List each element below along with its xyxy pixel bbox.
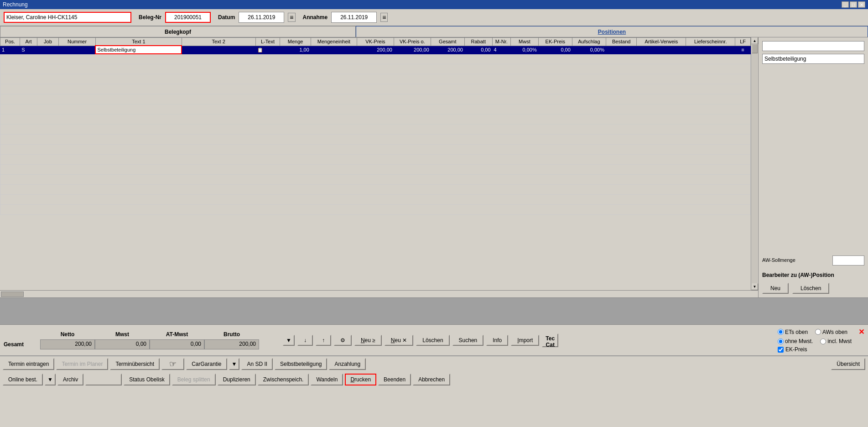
tabs-area: Belegkopf Positionen: [0, 26, 868, 37]
annahme-menu-icon[interactable]: ≡: [380, 13, 388, 22]
mwst-value: 0,00: [95, 339, 150, 349]
tec-cat-btn[interactable]: TecCat: [542, 333, 558, 347]
car-garantie-btn[interactable]: CarGarantie: [186, 358, 227, 370]
header-area: Beleg-Nr Datum ≡ Annahme ≡: [0, 9, 868, 26]
scroll-track: [752, 44, 758, 283]
col-pos: Pos.: [0, 38, 20, 46]
right-top-input[interactable]: [762, 41, 864, 51]
totals-left: Netto Mwst AT-Mwst Brutto Gesamt 200,00 …: [4, 331, 277, 349]
up-arrow-btn[interactable]: ↑: [316, 335, 331, 346]
ek-preis-checkbox[interactable]: [778, 347, 784, 353]
cell-text2: [182, 46, 255, 54]
abbrechen-btn[interactable]: Abbrechen: [413, 374, 450, 385]
selbstbeteiligung-btn[interactable]: Selbstbeteiligung: [275, 358, 327, 370]
beleg-nr-field[interactable]: [165, 12, 211, 23]
cell-text1[interactable]: Selbstbeteiligung: [95, 46, 182, 54]
loeschen-btn[interactable]: Löschen: [416, 335, 449, 346]
annahme-field[interactable]: [331, 12, 377, 23]
col-job: Job: [37, 38, 58, 46]
fingerprint-btn[interactable]: ☞: [161, 358, 184, 370]
mwst-label: Mwst: [95, 331, 150, 338]
col-ltext: L-Text: [255, 38, 280, 46]
table-row-empty: [0, 174, 751, 184]
tab-positionen[interactable]: Positionen: [356, 26, 868, 37]
gray-area: [0, 297, 868, 325]
table-row-empty: [0, 154, 751, 164]
an-sd-ii-btn[interactable]: An SD II: [241, 358, 273, 370]
table-row[interactable]: 1 S Selbstbeteiligung 📋 1,00 200,00 200,…: [0, 46, 751, 54]
table-area: Pos. Art Job Nummer Text 1 Text 2 L-Text…: [0, 37, 759, 297]
import-btn[interactable]: Import: [511, 335, 539, 346]
totals-headers: Netto Mwst AT-Mwst Brutto: [4, 331, 277, 338]
cell-ekpreis: 0,00: [538, 46, 572, 54]
aws-oben-radio[interactable]: AWs oben: [815, 329, 847, 335]
table-wrapper: Pos. Art Job Nummer Text 1 Text 2 L-Text…: [0, 37, 758, 290]
cell-lf: ≡: [735, 46, 751, 54]
table-row-empty: [0, 204, 751, 214]
ek-preis-label: EK-Preis: [785, 346, 807, 353]
beenden-btn[interactable]: Beenden: [378, 374, 411, 385]
close-x-btn[interactable]: ✕: [858, 328, 864, 336]
col-aufschlag: Aufschlag: [572, 38, 606, 46]
aw-sollmenge-input[interactable]: [832, 255, 864, 266]
termin-eintragen-btn[interactable]: Termin eintragen: [3, 358, 54, 370]
close-btn[interactable]: ✕: [858, 1, 865, 8]
neu-x-btn[interactable]: Neu ✕: [385, 335, 413, 346]
empty-btn[interactable]: [85, 374, 122, 385]
maximize-btn[interactable]: □: [850, 1, 857, 8]
scroll-thumb[interactable]: [752, 44, 758, 53]
neu-panel-btn[interactable]: Neu: [762, 283, 789, 294]
zwischenspeich-btn[interactable]: Zwischenspeich.: [258, 374, 309, 385]
right-name-input[interactable]: [762, 54, 864, 64]
settings-btn[interactable]: ⚙: [334, 335, 352, 346]
cell-vkpreis: 200,00: [357, 46, 394, 54]
online-best-dropdown[interactable]: ▼: [45, 374, 56, 385]
positions-table: Pos. Art Job Nummer Text 1 Text 2 L-Text…: [0, 37, 751, 215]
terminuebersicht-btn[interactable]: Terminübersicht: [110, 358, 160, 370]
online-best-btn[interactable]: Online best.: [3, 374, 43, 385]
window-controls: _ □ ✕: [842, 1, 865, 8]
anzahlung-btn[interactable]: Anzahlung: [329, 358, 366, 370]
ohne-mwst-radio[interactable]: ohne Mwst.: [778, 338, 813, 344]
col-artikelverweis: Artikel-Verweis: [637, 38, 686, 46]
neu-unterline-btn[interactable]: Neu ≥: [354, 335, 382, 346]
mwst-row: ohne Mwst. incl. Mwst: [778, 338, 852, 344]
table-row-empty: [0, 144, 751, 154]
info-btn[interactable]: Info: [486, 335, 508, 346]
tab-belegkopf[interactable]: Belegkopf: [0, 26, 356, 37]
suchen-btn[interactable]: Suchen: [452, 335, 484, 346]
uebersicht-btn[interactable]: Übersicht: [831, 358, 865, 370]
beleg-splitten-btn: Beleg splitten: [172, 374, 216, 385]
ohne-mwst-label: ohne Mwst.: [785, 338, 813, 344]
bottom-row-2: Online best. ▼ Archiv Status Obelisk Bel…: [0, 372, 868, 387]
duplizieren-btn[interactable]: Duplizieren: [218, 374, 256, 385]
vertical-scrollbar[interactable]: ▲ ▼: [751, 37, 758, 290]
minimize-btn[interactable]: _: [842, 1, 849, 8]
ets-oben-radio[interactable]: ETs oben: [778, 329, 808, 335]
datum-field[interactable]: [239, 12, 284, 23]
customer-field[interactable]: [4, 12, 131, 23]
scroll-up-btn[interactable]: ▲: [751, 37, 758, 44]
cell-art: S: [20, 46, 37, 54]
annahme-label: Annahme: [303, 14, 328, 21]
cell-mwst: 0,00%: [511, 46, 539, 54]
wandeln-btn[interactable]: Wandeln: [311, 374, 343, 385]
totals-action-buttons: ▼ ↓ ↑ ⚙ Neu ≥ Neu ✕ Löschen Suchen Info …: [283, 333, 558, 347]
totals-values: Gesamt 200,00 0,00 0,00 200,00: [4, 339, 277, 349]
scroll-down-btn[interactable]: ▼: [751, 283, 758, 290]
dropdown-arrow-btn[interactable]: ▼: [283, 335, 295, 346]
horizontal-scrollbar[interactable]: [0, 290, 758, 297]
col-ekpreis: EK-Preis: [538, 38, 572, 46]
drucken-btn[interactable]: Drucken: [345, 374, 376, 385]
status-obelisk-btn[interactable]: Status Obelisk: [124, 374, 170, 385]
datum-menu-icon[interactable]: ≡: [288, 13, 295, 22]
loeschen-panel-btn[interactable]: Löschen: [792, 283, 829, 294]
car-garantie-dropdown[interactable]: ▼: [229, 358, 240, 370]
incl-mwst-radio[interactable]: incl. Mwst: [820, 338, 852, 344]
col-text2: Text 2: [182, 38, 255, 46]
table-row-empty: [0, 124, 751, 134]
ek-preis-row[interactable]: EK-Preis: [778, 346, 807, 353]
archiv-btn[interactable]: Archiv: [57, 374, 83, 385]
down-arrow-btn[interactable]: ↓: [297, 335, 313, 346]
hscroll-thumb[interactable]: [1, 292, 24, 297]
